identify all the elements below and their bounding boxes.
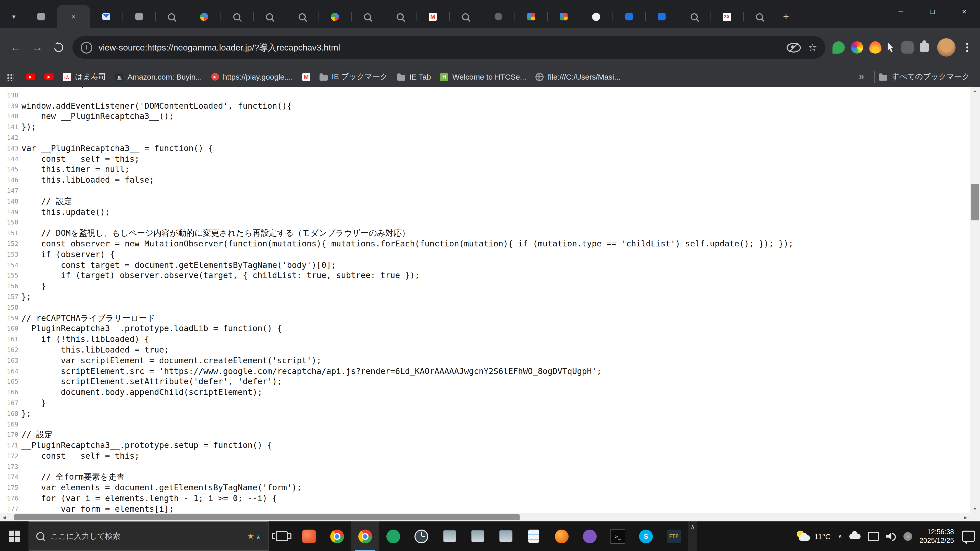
taskbar-app[interactable] <box>323 521 351 551</box>
maximize-button[interactable]: □ <box>917 0 948 23</box>
disabled-extension-icon[interactable] <box>901 41 914 54</box>
scroll-left-arrow[interactable]: ◀ <box>0 513 9 521</box>
color-wheel-extension-icon[interactable] <box>851 41 863 54</box>
tab-search-button[interactable]: ▾ <box>6 8 21 25</box>
bookmarks-overflow-button[interactable]: » <box>853 71 870 82</box>
taskbar-app[interactable] <box>351 521 379 551</box>
browser-tab[interactable] <box>449 5 482 28</box>
bookmark-item[interactable]: ▶https://play.google.... <box>207 70 298 83</box>
clock-app-icon <box>414 529 428 543</box>
horizontal-scroll-thumb[interactable] <box>14 514 520 520</box>
bookmark-item[interactable]: M <box>298 71 315 83</box>
address-bar[interactable]: i view-source:https://neogamma.loader.jp… <box>73 36 825 59</box>
action-center-icon[interactable] <box>962 530 975 542</box>
bookmark-item[interactable]: IE Tab <box>393 70 436 83</box>
back-button[interactable]: ← <box>5 37 27 58</box>
taskbar-app[interactable] <box>295 521 323 551</box>
leaf-extension-icon[interactable] <box>832 41 845 54</box>
taskbar-app[interactable]: S <box>632 521 660 551</box>
flame-extension-icon[interactable] <box>869 41 881 54</box>
page-info-icon[interactable]: i <box>81 41 92 53</box>
source-code-view[interactable]: 137'use strict';138139window.addEventLis… <box>0 87 970 513</box>
display-tray-icon[interactable] <box>868 532 879 540</box>
hidden-icons-chevron[interactable]: ∧ <box>838 533 842 540</box>
bookmark-item[interactable]: HWelcome to HTCSe... <box>436 70 531 83</box>
cursor-extension-icon[interactable] <box>888 42 895 52</box>
bookmark-item[interactable]: IE ブックマーク <box>315 70 393 84</box>
browser-tab[interactable] <box>645 5 678 28</box>
browser-tab[interactable] <box>482 5 514 28</box>
line-code: for (var i = elements.length - 1; i >= 0… <box>21 493 277 504</box>
close-button[interactable]: × <box>948 0 980 23</box>
browser-tab[interactable] <box>90 5 123 28</box>
browser-tab-active[interactable]: × <box>57 5 90 28</box>
browser-tab[interactable] <box>318 5 351 28</box>
new-tab-button[interactable]: + <box>778 8 794 24</box>
taskbar-app[interactable] <box>463 521 492 551</box>
browser-tab[interactable] <box>384 5 417 28</box>
browser-tab[interactable]: 3X <box>711 5 743 28</box>
taskbar-app[interactable] <box>379 521 407 551</box>
task-view-button[interactable] <box>269 521 295 551</box>
browser-tab[interactable] <box>743 5 776 28</box>
volume-icon[interactable] <box>886 532 897 540</box>
profile-avatar[interactable] <box>937 38 956 57</box>
bookmark-item[interactable]: file:///C:/Users/Masi... <box>531 70 625 83</box>
bookmark-item[interactable]: aAmazon.com: Buyin... <box>110 70 207 83</box>
taskbar-clock[interactable]: 12:56:38 2025/12/25 <box>920 527 954 545</box>
line-number: 168 <box>0 408 21 419</box>
taskbar-overflow-button[interactable]: ∧ <box>688 521 697 551</box>
source-line: 166 document.body.appendChild(scriptElem… <box>0 387 970 398</box>
apps-grid-icon[interactable] <box>6 73 14 81</box>
bookmark-item[interactable]: ▶ <box>21 71 40 82</box>
browser-tab[interactable] <box>678 5 711 28</box>
browser-tab[interactable] <box>24 5 57 28</box>
browser-tab[interactable]: M <box>417 5 449 28</box>
taskbar-app[interactable] <box>576 521 604 551</box>
search-highlights-icon[interactable]: ★★ <box>247 532 261 541</box>
taskbar-search-input[interactable]: ここに入力して検索 ★★ <box>29 521 269 551</box>
eye-crossed-icon[interactable] <box>787 43 801 52</box>
minimize-button[interactable]: ─ <box>885 0 917 23</box>
browser-tab[interactable] <box>123 5 155 28</box>
browser-tab[interactable] <box>188 5 221 28</box>
browser-tab[interactable] <box>253 5 286 28</box>
forward-button[interactable]: → <box>27 37 48 58</box>
vertical-scroll-thumb[interactable] <box>971 184 979 221</box>
taskbar-app[interactable] <box>407 521 435 551</box>
onedrive-cloud-icon[interactable] <box>850 534 861 539</box>
taskbar-app[interactable]: >_ <box>604 521 632 551</box>
scroll-up-arrow[interactable]: ▲ <box>970 87 980 95</box>
browser-tab[interactable] <box>514 5 547 28</box>
weather-widget[interactable]: 11°C <box>796 530 831 542</box>
ftp-icon: FTP <box>667 529 681 543</box>
scroll-down-arrow[interactable]: ▼ <box>970 505 980 513</box>
extensions-menu-icon[interactable] <box>920 43 929 52</box>
bookmark-star-icon[interactable]: ☆ <box>808 41 817 54</box>
browser-menu-button[interactable] <box>959 37 975 58</box>
status-error-icon[interactable]: × <box>904 532 912 540</box>
tab-close-icon[interactable]: × <box>69 12 78 21</box>
browser-tab[interactable] <box>221 5 253 28</box>
browser-tab[interactable] <box>351 5 384 28</box>
taskbar-app[interactable] <box>548 521 576 551</box>
browser-tab[interactable] <box>286 5 318 28</box>
scroll-right-arrow[interactable]: ▶ <box>961 513 970 521</box>
browser-tab[interactable] <box>155 5 188 28</box>
taskbar-app[interactable] <box>435 521 463 551</box>
browser-tab[interactable] <box>547 5 580 28</box>
browser-tab[interactable] <box>612 5 645 28</box>
reload-button[interactable] <box>48 37 69 58</box>
taskbar-app[interactable] <box>492 521 520 551</box>
bookmark-item[interactable]: ははま寿司 <box>58 70 110 84</box>
browser-tab[interactable] <box>580 5 612 28</box>
url-text[interactable]: view-source:https://neogamma.loader.jp/?… <box>99 41 781 53</box>
vertical-scrollbar[interactable]: ▲ ▼ <box>970 87 980 513</box>
bookmark-item[interactable]: ▶ <box>40 71 58 82</box>
taskbar-app[interactable] <box>520 521 548 551</box>
start-button[interactable] <box>0 521 29 551</box>
horizontal-scrollbar[interactable]: ◀ ▶ <box>0 513 970 521</box>
app-blue-icon <box>625 13 633 21</box>
taskbar-app[interactable]: FTP <box>660 521 688 551</box>
all-bookmarks-button[interactable]: すべてのブックマーク <box>879 72 974 82</box>
